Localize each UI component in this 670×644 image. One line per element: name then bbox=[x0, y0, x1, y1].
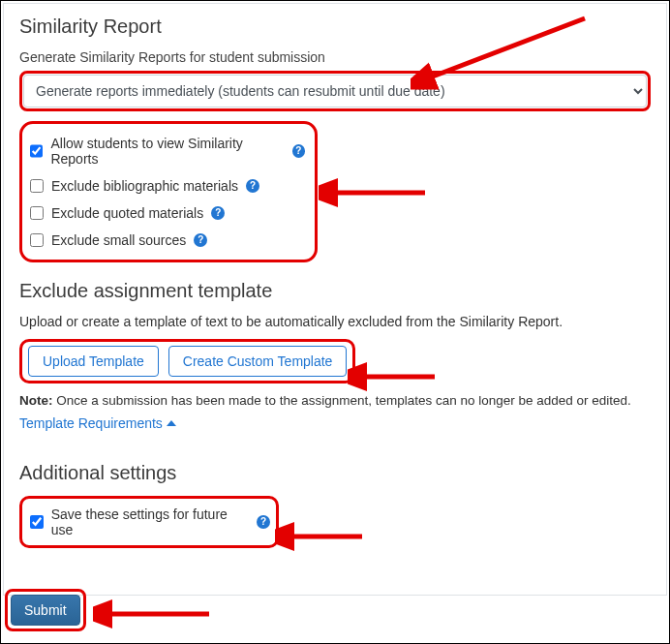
annotation-arrow bbox=[275, 522, 372, 551]
report-select-highlight: Generate reports immediately (students c… bbox=[19, 71, 651, 111]
exclude-small-checkbox[interactable] bbox=[30, 233, 44, 247]
template-requirements-link[interactable]: Template Requirements bbox=[19, 415, 176, 431]
upload-template-button[interactable]: Upload Template bbox=[28, 346, 159, 377]
help-icon[interactable]: ? bbox=[194, 233, 207, 247]
exclude-template-title: Exclude assignment template bbox=[19, 280, 651, 302]
exclude-small-label: Exclude small sources bbox=[51, 232, 186, 248]
annotation-arrow bbox=[93, 599, 219, 629]
allow-view-checkbox[interactable] bbox=[30, 144, 43, 158]
submit-highlight: Submit bbox=[5, 589, 86, 631]
create-template-button[interactable]: Create Custom Template bbox=[168, 346, 348, 377]
save-settings-checkbox[interactable] bbox=[30, 515, 44, 529]
save-settings-highlight: Save these settings for future use ? bbox=[19, 496, 279, 548]
template-buttons-highlight: Upload Template Create Custom Template bbox=[19, 339, 355, 383]
template-note: Note: Once a submission has been made to… bbox=[19, 393, 651, 408]
annotation-arrow bbox=[348, 362, 444, 391]
exclude-biblio-label: Exclude bibliographic materials bbox=[51, 178, 238, 194]
exclude-quoted-label: Exclude quoted materials bbox=[51, 205, 203, 221]
help-icon[interactable]: ? bbox=[246, 179, 259, 193]
generate-label: Generate Similarity Reports for student … bbox=[19, 49, 651, 65]
similarity-options-highlight: Allow students to view Similarity Report… bbox=[19, 121, 318, 262]
help-icon[interactable]: ? bbox=[292, 144, 305, 158]
allow-view-label: Allow students to view Similarity Report… bbox=[50, 136, 284, 167]
annotation-arrow bbox=[319, 178, 435, 207]
save-settings-label: Save these settings for future use bbox=[51, 506, 250, 537]
chevron-up-icon bbox=[167, 420, 176, 426]
report-generation-select[interactable]: Generate reports immediately (students c… bbox=[23, 75, 647, 107]
submit-button[interactable]: Submit bbox=[11, 595, 80, 626]
help-icon[interactable]: ? bbox=[211, 206, 225, 220]
similarity-report-title: Similarity Report bbox=[19, 15, 651, 38]
help-icon[interactable]: ? bbox=[257, 515, 270, 529]
template-desc: Upload or create a template of text to b… bbox=[19, 314, 651, 329]
exclude-quoted-checkbox[interactable] bbox=[30, 206, 44, 220]
exclude-biblio-checkbox[interactable] bbox=[30, 179, 44, 193]
additional-settings-title: Additional settings bbox=[19, 462, 651, 484]
